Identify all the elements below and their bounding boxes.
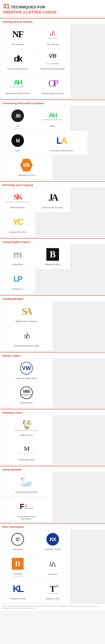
fitcat-label: Turning Negative SpaceInto Symbols bbox=[17, 516, 36, 520]
kl-big-label: Transparent Overlap bbox=[10, 598, 26, 602]
negative-space-grid: m Adding Space B Manipulating Space LP U… bbox=[0, 244, 105, 294]
logo-yc: YC Cropping Both Letters bbox=[0, 212, 35, 236]
section-more-techniques: More Techniques bbox=[0, 523, 105, 529]
section-removing-cropping: Removing and Cropping bbox=[0, 182, 105, 188]
kx-circle: KX bbox=[46, 533, 59, 546]
ah-letters: AH ALAN HANNAH bbox=[11, 79, 25, 88]
cross-plus: + bbox=[56, 583, 58, 589]
logo-vw: VW Letters with Similar Strokes bbox=[0, 358, 52, 383]
kl-circle: kl bbox=[12, 134, 24, 147]
logo-fitcat: F C FIT CAT Turning Negative SpaceInto S… bbox=[0, 497, 52, 522]
cc-circle: © bbox=[12, 533, 24, 546]
logo-diana-dogg: D InterlockingDIANA DOGG bbox=[0, 554, 35, 579]
cross-t: T bbox=[50, 584, 56, 594]
kx-label: Just Barely Touching bbox=[44, 548, 61, 552]
vb-letters: VB VILLABOUND bbox=[46, 53, 59, 65]
removing-cropping-grid: SK SALOME KLOPPENSTEIN Removing Strokes … bbox=[0, 188, 105, 237]
logo-cc: © Inset Letters bbox=[0, 530, 35, 554]
nf-label: Two Uppercase bbox=[12, 43, 24, 48]
lp-letters: LP bbox=[14, 274, 22, 283]
sb-script-letters: sb bbox=[24, 331, 29, 340]
rotating-letters-grid: ♘♘ Sp SPARHANGER HORSECARE Angling to To… bbox=[0, 415, 105, 464]
logo-sh: ♘♘ Sp SPARHANGER HORSECARE Angling to To… bbox=[0, 416, 52, 440]
la-letters: LA bbox=[56, 135, 66, 146]
sharing-vertical-grid: NF Two Uppercase di diana fallen Two Low… bbox=[0, 24, 105, 98]
sa-label: Adding Shapes/ Illustrations bbox=[16, 320, 37, 324]
sb-hexagon: SB bbox=[20, 159, 33, 172]
vw-label: Letters with Similar Strokes bbox=[16, 377, 37, 381]
m-letter: m bbox=[13, 249, 22, 260]
jr-label: Top Jarod Richards bbox=[13, 125, 22, 129]
footer-text: All logos are property of their respecti… bbox=[2, 605, 100, 609]
swan-symbol: 🦢 bbox=[20, 477, 33, 487]
diana-dogg-d: D bbox=[12, 558, 24, 570]
logo-ah: AH ALAN HANNAH Making Angled Strokes Ver… bbox=[0, 74, 35, 98]
section-sharing-vertical: Sharing Vertical Strokes bbox=[0, 18, 105, 24]
logo-kh: kh. Handwritten bbox=[35, 554, 70, 579]
connecting-horizontal-grid: JR Top Jarod Richards AH ALIREZA HOLDING… bbox=[0, 106, 105, 180]
logo-kx: KX Just Barely Touching bbox=[35, 530, 70, 554]
mw-label: Mirrored Letters bbox=[20, 402, 33, 406]
diana-name: diana fallen bbox=[48, 37, 58, 39]
sh-letters: ♘♘ Sp SPARHANGER HORSECARE bbox=[15, 419, 38, 431]
logo-b: B Manipulating Space bbox=[35, 245, 70, 269]
vw-circle: VW bbox=[20, 362, 33, 374]
lp-label: Unbroken Line bbox=[12, 288, 23, 292]
la-label: Connecting at Different Levels bbox=[50, 150, 73, 154]
kh-letters: kh. bbox=[49, 560, 56, 568]
kl-big-letters: KL bbox=[13, 583, 22, 594]
section-rotating-letters: Rotating Letters bbox=[0, 409, 105, 415]
section-creating-bridges: Creating Bridges bbox=[0, 295, 105, 301]
logo-nf: NF Two Uppercase bbox=[0, 25, 35, 49]
logo-la: LA Connecting at Different Levels bbox=[35, 131, 88, 155]
swan-label: Turning Letters into Symbols bbox=[16, 491, 38, 495]
ah2-letters: AH ALIREZA HOLDING CO. bbox=[42, 112, 63, 120]
b-box: B bbox=[46, 248, 59, 261]
title-techniques: TECHNIQUES FOR bbox=[11, 5, 45, 9]
using-symbols-grid: 🦢 Turning Letters into Symbols F C FIT C… bbox=[0, 472, 105, 522]
am-label: Upside-Down Letters bbox=[18, 458, 34, 463]
logo-sk: SK SALOME KLOPPENSTEIN Removing Strokes bbox=[0, 188, 35, 212]
op-label: Blending Straight and Curved bbox=[41, 92, 64, 96]
cross-container: T + Tommy Chandra bbox=[46, 582, 59, 595]
b-label: Manipulating Space bbox=[45, 263, 60, 268]
dk-label: Lowercase-Uppercase Mix bbox=[7, 68, 28, 72]
diana-label: Two Lowercase bbox=[46, 43, 58, 48]
logo-sb-script: sb Curved Strokes Between Letters bbox=[0, 326, 52, 350]
m-label: Adding Space bbox=[12, 263, 23, 268]
logo-sb: SB Flattening Out a Curve bbox=[0, 156, 52, 180]
kh-label: Handwritten bbox=[48, 573, 57, 577]
kl-label: Lower bbox=[15, 150, 20, 154]
logo-m: m Adding Space bbox=[0, 245, 35, 269]
mw-circle: MW MARKWEAVER DESIGN bbox=[20, 386, 33, 399]
fitcat-letters: F C FIT CAT bbox=[20, 503, 33, 510]
sk-letters: SK SALOME KLOPPENSTEIN bbox=[5, 192, 30, 202]
section-using-symbols: Using Symbols bbox=[0, 466, 105, 472]
logo-kl-big: KL Transparent Overlap bbox=[0, 579, 35, 603]
title-highlight: CREATIVE 2-LETTER LOGOS bbox=[3, 10, 56, 14]
logo-ah2: AH ALIREZA HOLDING CO. Middle bbox=[35, 106, 70, 130]
similar-letters-grid: VW Letters with Similar Strokes MW MARKW… bbox=[0, 358, 105, 408]
page-footer: All logos are property of their respecti… bbox=[0, 604, 105, 611]
title-number: 31 bbox=[3, 3, 10, 10]
yc-letters: YC bbox=[13, 217, 22, 227]
logo-mw: MW MARKWEAVER DESIGN Mirrored Letters bbox=[0, 383, 52, 407]
sa-letters: SA bbox=[22, 306, 31, 317]
diana-letters: di bbox=[48, 30, 58, 37]
page-title: 31 TECHNIQUES FOR CREATIVE 2-LETTER LOGO… bbox=[3, 2, 102, 15]
ah-label: Making Angled Strokes Vertical bbox=[6, 92, 30, 96]
more-techniques-grid: © Inset Letters KX Just Barely Touching … bbox=[0, 529, 105, 604]
cross-label: Variations in Color bbox=[46, 598, 60, 602]
sb-label: Flattening Out a Curve bbox=[18, 174, 35, 178]
logo-swan: 🦢 Turning Letters into Symbols bbox=[0, 472, 52, 496]
op-letters: OP bbox=[48, 78, 57, 89]
creating-bridges-grid: SA Adding Shapes/ Illustrations sb Curve… bbox=[0, 301, 105, 351]
nf-letters: NF bbox=[12, 29, 23, 40]
page-header: 31 TECHNIQUES FOR CREATIVE 2-LETTER LOGO… bbox=[0, 0, 105, 17]
diana-dogg-label: InterlockingDIANA DOGG bbox=[13, 573, 22, 577]
dk-letters: dk bbox=[14, 54, 22, 64]
logo-lp: LP Unbroken Line bbox=[0, 269, 35, 294]
logo-vb: VB VILLABOUND Making Vertical Strokes An… bbox=[35, 49, 70, 73]
logo-cross: T + Tommy Chandra Variations in Color bbox=[35, 579, 70, 603]
section-negative-space: Using Negative Space bbox=[0, 238, 105, 244]
